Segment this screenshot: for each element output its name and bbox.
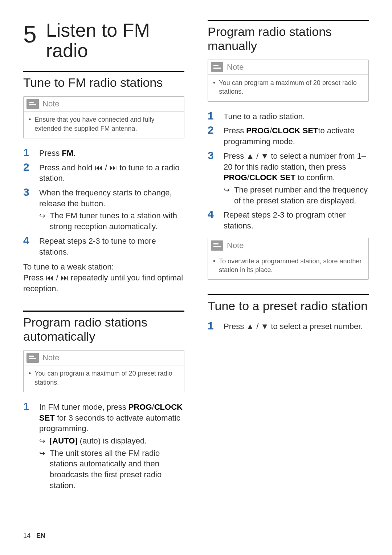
section-rule — [208, 294, 369, 295]
text: Press — [23, 273, 46, 282]
step-number: 1 — [208, 110, 216, 122]
step-number: 3 — [23, 186, 31, 198]
page-footer: 14 EN — [23, 532, 45, 540]
steps-tune-preset: 1 Press ▲ / ▼ to select a preset number. — [208, 320, 369, 332]
note-body: You can program a maximum of 20 preset r… — [208, 74, 368, 101]
text: Press — [224, 322, 246, 331]
section-title-program-manual: Program radio stations manually — [208, 25, 369, 53]
key-prog: PROG — [128, 402, 152, 412]
text: for 3 seconds to activate automatic prog… — [39, 413, 180, 433]
result-arrow-icon: ↪ — [39, 210, 45, 232]
manual-page: 5 Listen to FM radio Tune to FM radio st… — [0, 0, 392, 555]
text: to confirm. — [295, 173, 335, 182]
step-1: 1 In FM tuner mode, press PROG/CLOCK SET… — [23, 400, 184, 491]
step-number: 4 — [23, 234, 31, 246]
text: Press — [224, 126, 246, 135]
step-3: 3 Press ▲ / ▼ to select a number from 1–… — [208, 149, 369, 206]
note-icon — [26, 353, 39, 363]
paragraph: Press ⏮ / ⏭ repeatedly until you find op… — [23, 272, 184, 294]
step-4: 4 Repeat steps 2-3 to tune to more stati… — [23, 234, 184, 257]
note-box: Note You can program a maximum of 20 pre… — [23, 350, 184, 392]
note-body: To overwrite a programmed station, store… — [208, 253, 368, 280]
step-4: 4 Repeat steps 2-3 to program other stat… — [208, 208, 369, 231]
text: / — [103, 163, 109, 172]
note-header: Note — [24, 97, 184, 111]
note-body: Ensure that you have connected and fully… — [24, 111, 184, 138]
step-text: In FM tuner mode, press PROG/CLOCK SET f… — [39, 400, 184, 491]
note-icon — [211, 62, 223, 72]
step-1: 1 Tune to a radio station. — [208, 110, 369, 122]
section-title-program-auto: Program radio stations automatically — [23, 315, 184, 344]
text: / — [54, 273, 60, 282]
text: When the frequency starts to change, rel… — [39, 188, 172, 208]
next-track-icon: ⏭ — [61, 273, 69, 282]
result-text: The unit stores all the FM radio station… — [50, 448, 184, 491]
text: Press and hold — [39, 163, 95, 172]
up-arrow-icon: ▲ — [246, 322, 254, 331]
text: . — [73, 149, 75, 158]
note-text: You can program a maximum of 20 preset r… — [34, 369, 179, 387]
note-header: Note — [208, 60, 368, 74]
step-number: 1 — [208, 320, 216, 332]
language-code: EN — [36, 532, 45, 540]
steps-tune-fm: 1 Press FM. 2 Press and hold ⏮ / ⏭ to tu… — [23, 146, 184, 257]
note-label: Note — [227, 241, 244, 250]
step-number: 2 — [23, 161, 31, 173]
step-number: 4 — [208, 208, 216, 220]
step-text: Press PROG/CLOCK SETto activate programm… — [224, 124, 369, 147]
section-rule — [208, 20, 369, 21]
text: / — [254, 151, 261, 161]
step-number: 1 — [23, 400, 31, 412]
step-text: Repeat steps 2-3 to tune to more station… — [39, 234, 184, 257]
right-column: Program radio stations manually Note You… — [208, 20, 369, 540]
section-rule — [23, 311, 184, 312]
chapter-heading: 5 Listen to FM radio — [23, 20, 184, 61]
step-1: 1 Press FM. — [23, 146, 184, 159]
text: / — [254, 322, 261, 331]
note-label: Note — [42, 99, 59, 109]
result-line: ↪ The FM tuner tunes to a station with s… — [39, 210, 184, 232]
section-title-tune-preset: Tune to a preset radio station — [208, 299, 369, 313]
step-text: Press and hold ⏮ / ⏭ to tune to a radio … — [39, 161, 184, 184]
step-2: 2 Press PROG/CLOCK SETto activate progra… — [208, 124, 369, 147]
down-arrow-icon: ▼ — [261, 151, 269, 161]
step-number: 3 — [208, 149, 216, 161]
note-body: You can program a maximum of 20 preset r… — [24, 365, 184, 392]
step-number: 1 — [23, 146, 31, 158]
note-box: Note Ensure that you have connected and … — [23, 96, 184, 138]
note-header: Note — [24, 351, 184, 365]
result-text: The FM tuner tunes to a station with str… — [50, 210, 184, 232]
key-prog: PROG — [246, 126, 270, 135]
chapter-number: 5 — [23, 20, 37, 46]
step-3: 3 When the frequency starts to change, r… — [23, 186, 184, 232]
note-header: Note — [208, 238, 368, 253]
note-text: Ensure that you have connected and fully… — [34, 115, 179, 133]
left-column: 5 Listen to FM radio Tune to FM radio st… — [23, 20, 184, 540]
result-line: ↪ [AUTO] (auto) is displayed. — [39, 436, 184, 446]
note-text: You can program a maximum of 20 preset r… — [219, 78, 363, 96]
prev-track-icon: ⏮ — [95, 163, 103, 172]
key-fm: FM — [62, 149, 73, 158]
down-arrow-icon: ▼ — [261, 322, 269, 331]
next-track-icon: ⏭ — [109, 163, 117, 172]
section-rule — [23, 71, 184, 72]
note-box: Note You can program a maximum of 20 pre… — [208, 60, 369, 102]
step-text: Repeat steps 2-3 to program other statio… — [224, 208, 369, 231]
text: Press — [224, 151, 246, 161]
result-text: The preset number and the frequency of t… — [234, 185, 369, 206]
note-text: To overwrite a programmed station, store… — [219, 257, 363, 275]
step-text: When the frequency starts to change, rel… — [39, 186, 184, 232]
note-label: Note — [227, 62, 244, 72]
page-number: 14 — [23, 532, 30, 540]
step-2: 2 Press and hold ⏮ / ⏭ to tune to a radi… — [23, 161, 184, 184]
note-box: Note To overwrite a programmed station, … — [208, 238, 369, 280]
result-arrow-icon: ↪ — [39, 448, 45, 491]
section-title-tune-fm: Tune to FM radio stations — [23, 76, 184, 90]
step-text: Tune to a radio station. — [224, 110, 305, 122]
result-arrow-icon: ↪ — [39, 436, 45, 446]
text: to select a preset number. — [269, 322, 363, 331]
step-text: Press ▲ / ▼ to select a number from 1–20… — [224, 149, 369, 206]
subheading-weak-station: To tune to a weak station: — [23, 262, 184, 272]
key-clock-set: CLOCK SET — [249, 173, 295, 182]
up-arrow-icon: ▲ — [246, 151, 254, 161]
